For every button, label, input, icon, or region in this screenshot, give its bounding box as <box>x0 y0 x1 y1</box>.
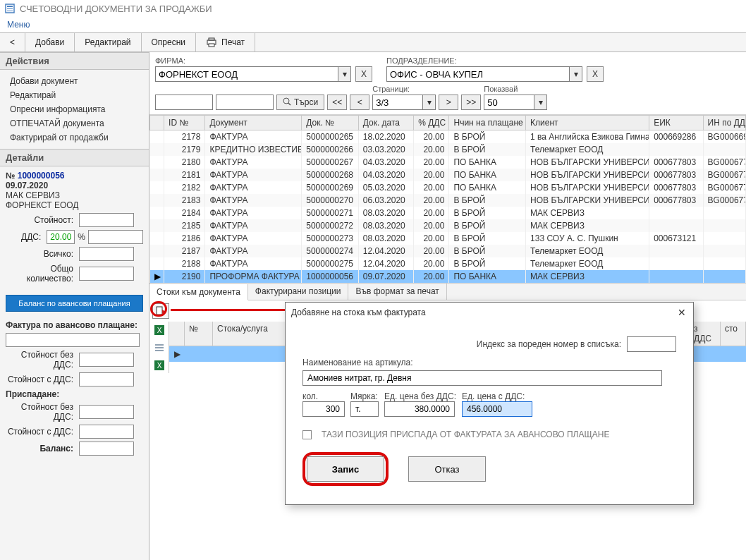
dept-clear-button[interactable]: X <box>587 66 604 82</box>
toolbar: < Добави Редактирай Опресни Печат <box>0 32 746 52</box>
sidebar-link-1[interactable]: Редактирай <box>6 88 143 102</box>
deduct-header: Приспадане: <box>6 389 59 399</box>
balance-button[interactable]: Баланс по авансови плащания <box>6 295 143 312</box>
subtab-2[interactable]: Във формат за печат <box>348 284 446 300</box>
table-row[interactable]: 2180ФАКТУРА500000026704.03.202020.00ПО Б… <box>150 156 746 169</box>
col-header[interactable]: Нчин на плащане <box>449 116 526 130</box>
close-icon[interactable]: ✕ <box>676 307 687 318</box>
cancel-button[interactable]: Отказ <box>408 456 486 482</box>
items-col-sto: сто <box>721 322 746 346</box>
toolbar-refresh-button[interactable]: Опресни <box>142 33 197 51</box>
save-button[interactable]: Запис <box>307 456 384 482</box>
search-box-1[interactable] <box>155 95 213 110</box>
chevron-down-icon[interactable]: ▾ <box>534 95 547 110</box>
qty-input[interactable] <box>302 401 345 417</box>
svg-point-7 <box>283 98 289 104</box>
value-input[interactable] <box>79 213 134 227</box>
chevron-down-icon[interactable]: ▾ <box>570 66 582 82</box>
documents-grid[interactable]: ID №ДокументДок. №Док. дата% ДДСНчин на … <box>149 115 746 283</box>
article-name-input[interactable] <box>302 370 662 386</box>
subtab-0[interactable]: Стоки към документа <box>149 284 248 300</box>
table-row[interactable]: 2178ФАКТУРА500000026518.02.202020.00В БР… <box>150 130 746 144</box>
dept-combo[interactable] <box>386 66 570 82</box>
price-excl-label: Ед. цена без ДДС: <box>384 391 456 401</box>
col-header[interactable]: ID № <box>164 116 205 130</box>
price-incl-input[interactable] <box>462 401 532 417</box>
table-row[interactable]: 2188ФАКТУРА500000027512.04.202020.00В БР… <box>150 257 746 270</box>
table-row[interactable]: 2179КРЕДИТНО ИЗВЕСТИЕ500000026603.03.202… <box>150 143 746 156</box>
menu-main[interactable]: Меню <box>4 20 32 30</box>
next-page-button[interactable]: > <box>439 95 458 110</box>
ded-excl-input[interactable] <box>79 405 134 419</box>
show-label: Показвай <box>484 85 547 93</box>
ded-incl-input[interactable] <box>79 425 134 439</box>
search-button[interactable]: Търси <box>276 95 324 110</box>
items-col-vat: з ДДС <box>690 322 721 346</box>
svg-rect-6 <box>209 44 214 47</box>
show-combo[interactable] <box>484 95 534 110</box>
deduct-label: ТАЗИ ПОЗИЦИЯ ПРИСПАДА ОТ ФАКТУРАТА ЗА АВ… <box>322 430 609 439</box>
search-box-2[interactable] <box>216 95 274 110</box>
qty-input[interactable] <box>79 267 134 281</box>
balance-input[interactable] <box>79 442 134 456</box>
toolbar-edit-button[interactable]: Редактирай <box>75 33 141 51</box>
total-input[interactable] <box>79 247 134 261</box>
col-header[interactable]: Док. № <box>302 116 358 130</box>
col-header[interactable]: Клиент <box>526 116 649 130</box>
index-input[interactable] <box>627 336 676 352</box>
col-header[interactable]: ИН по ДД <box>703 116 745 130</box>
toolbar-back-button[interactable]: < <box>0 33 25 51</box>
table-row[interactable]: 2183ФАКТУРА500000027006.03.202020.00В БР… <box>150 194 746 207</box>
table-row[interactable]: 2184ФАКТУРА500000027108.03.202020.00В БР… <box>150 207 746 219</box>
app-icon <box>4 3 16 14</box>
details-header: Детайли <box>0 149 149 166</box>
page-combo[interactable] <box>372 95 423 110</box>
val-incl-input[interactable] <box>79 372 134 386</box>
sidebar-link-4[interactable]: Фактурирай от продажби <box>6 130 143 145</box>
advance-panel: Фактура по авансово плащане: Стойност бе… <box>0 316 149 463</box>
dept-filter-label: ПОДРАЗДЕЛЕНИЕ: <box>386 56 604 65</box>
excel-export-icon[interactable]: X <box>154 324 165 338</box>
col-header[interactable]: % ДДС <box>414 116 449 130</box>
items-col-no: № <box>185 322 213 346</box>
col-header[interactable]: Док. дата <box>358 116 413 130</box>
table-row[interactable]: ▶2190ПРОФОРМА ФАКТУРА100000005609.07.202… <box>150 270 746 283</box>
sidebar-link-3[interactable]: ОТПЕЧАТАЙ документа <box>6 116 143 130</box>
sidebar-link-0[interactable]: Добави документ <box>6 74 143 88</box>
toolbar-add-button[interactable]: Добави <box>25 33 75 51</box>
chevron-down-icon[interactable]: ▾ <box>338 66 351 82</box>
col-header[interactable]: Документ <box>205 116 302 130</box>
table-row[interactable]: 2187ФАКТУРА500000027412.04.202020.00В БР… <box>150 245 746 257</box>
vat-input[interactable] <box>47 230 75 244</box>
add-item-button[interactable] <box>152 303 169 319</box>
toolbar-print-button[interactable]: Печат <box>196 33 255 51</box>
chevron-down-icon[interactable]: ▾ <box>423 95 436 110</box>
svg-line-8 <box>288 103 291 105</box>
advance-invoice-input[interactable] <box>6 333 140 347</box>
firm-combo[interactable] <box>155 66 338 82</box>
firm-clear-button[interactable]: X <box>355 66 372 82</box>
list-icon[interactable] <box>154 342 165 355</box>
price-excl-input[interactable] <box>384 401 455 417</box>
subtab-1[interactable]: Фактурирани позиции <box>248 284 349 300</box>
deduct-checkbox[interactable] <box>302 430 312 439</box>
filters: ФИРМА: ▾ X ПОДРАЗДЕЛЕНИЕ: ▾ X <box>149 52 746 115</box>
pages-label: Страници: <box>372 85 436 93</box>
last-page-button[interactable]: >> <box>461 95 481 110</box>
table-row[interactable]: 2185ФАКТУРА500000027208.03.202020.00В БР… <box>150 219 746 232</box>
ded-incl-label: Стойност с ДДС: <box>6 427 76 437</box>
sidebar-link-2[interactable]: Опресни информацията <box>6 102 143 116</box>
table-row[interactable]: 2182ФАКТУРА500000026905.03.202020.00ПО Б… <box>150 181 746 194</box>
first-page-button[interactable]: << <box>327 95 347 110</box>
firm-name: ФОРНЕКСТ ЕООД <box>6 200 143 210</box>
val-excl-label: Стойност без ДДС: <box>6 350 76 370</box>
col-header[interactable]: ЕИК <box>649 116 703 130</box>
val-excl-input[interactable] <box>79 353 134 367</box>
table-row[interactable]: 2186ФАКТУРА500000027308.03.202020.00В БР… <box>150 232 746 245</box>
price-incl-label: Ед. цена с ДДС: <box>462 391 532 401</box>
table-row[interactable]: 2181ФАКТУРА500000026804.03.202020.00ПО Б… <box>150 169 746 181</box>
unit-input[interactable] <box>350 401 379 417</box>
vat-amount-input[interactable] <box>88 230 143 244</box>
excel-icon[interactable]: X <box>154 360 165 373</box>
prev-page-button[interactable]: < <box>350 95 369 110</box>
